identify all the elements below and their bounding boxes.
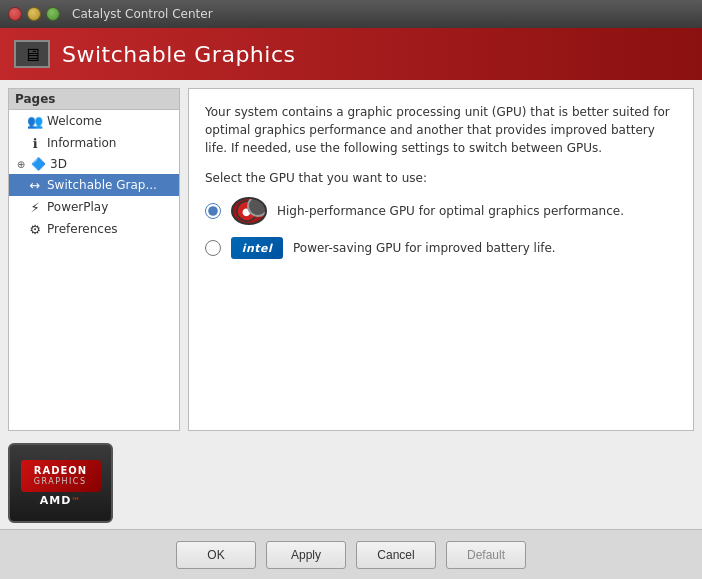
radeon-top-badge: RADEON GRAPHICS [21, 460, 101, 492]
sidebar-item-label: Switchable Grap... [47, 178, 157, 192]
close-button[interactable] [8, 7, 22, 21]
main-window: Switchable Graphics Pages 👥 Welcome ℹ In… [0, 28, 702, 579]
svg-point-1 [250, 200, 263, 212]
3d-icon: 🔷 [31, 157, 46, 171]
titlebar: Catalyst Control Center [0, 0, 702, 28]
switchable-icon: ↔ [27, 177, 43, 193]
sidebar-item-label: Information [47, 136, 116, 150]
intel-gpu-icon: intel [231, 237, 283, 259]
page-title: Switchable Graphics [62, 42, 295, 67]
header-icon [14, 40, 50, 68]
preferences-icon: ⚙ [27, 221, 43, 237]
apply-button[interactable]: Apply [266, 541, 346, 569]
amd-brand-text: AMD™ [40, 494, 82, 507]
svg-text:●: ● [242, 206, 251, 217]
sidebar-item-welcome[interactable]: 👥 Welcome [9, 110, 179, 132]
sidebar-item-label: Welcome [47, 114, 102, 128]
expand-icon: ⊕ [15, 158, 27, 170]
bottom-bar: OK Apply Cancel Default [0, 529, 702, 579]
sidebar-item-preferences[interactable]: ⚙ Preferences [9, 218, 179, 240]
amd-gpu-icon: ● [231, 197, 267, 225]
information-icon: ℹ [27, 135, 43, 151]
radeon-logo: RADEON GRAPHICS AMD™ [8, 443, 113, 523]
select-gpu-label: Select the GPU that you want to use: [205, 171, 677, 185]
maximize-button[interactable] [46, 7, 60, 21]
sidebar: Pages 👥 Welcome ℹ Information ⊕ 🔷 3D ↔ S… [8, 88, 180, 431]
gpu-label-high-perf: High-performance GPU for optimal graphic… [277, 204, 624, 218]
cancel-button[interactable]: Cancel [356, 541, 436, 569]
gpu-label-power-saving: Power-saving GPU for improved battery li… [293, 241, 556, 255]
window-controls [8, 7, 60, 21]
header: Switchable Graphics [0, 28, 702, 80]
content-description: Your system contains a graphic processin… [205, 103, 677, 157]
sidebar-item-3d[interactable]: ⊕ 🔷 3D [9, 154, 179, 174]
default-button[interactable]: Default [446, 541, 526, 569]
sidebar-header: Pages [9, 89, 179, 110]
radeon-brand-text: RADEON [34, 465, 87, 477]
gpu-radio-power-saving[interactable] [205, 240, 221, 256]
sidebar-item-information[interactable]: ℹ Information [9, 132, 179, 154]
welcome-icon: 👥 [27, 113, 43, 129]
body: Pages 👥 Welcome ℹ Information ⊕ 🔷 3D ↔ S… [0, 80, 702, 439]
gpu-option-high-perf[interactable]: ● High-performance GPU for optimal graph… [205, 197, 677, 225]
minimize-button[interactable] [27, 7, 41, 21]
powerplay-icon: ⚡ [27, 199, 43, 215]
ok-button[interactable]: OK [176, 541, 256, 569]
radeon-graphics-text: GRAPHICS [34, 477, 87, 486]
sidebar-item-switchable[interactable]: ↔ Switchable Grap... [9, 174, 179, 196]
sidebar-item-label: 3D [50, 157, 67, 171]
sidebar-item-powerplay[interactable]: ⚡ PowerPlay [9, 196, 179, 218]
sidebar-item-label: Preferences [47, 222, 118, 236]
content-area: Your system contains a graphic processin… [188, 88, 694, 431]
gpu-radio-high-perf[interactable] [205, 203, 221, 219]
window-title: Catalyst Control Center [72, 7, 213, 21]
gpu-option-power-saving[interactable]: intel Power-saving GPU for improved batt… [205, 237, 677, 259]
sidebar-item-label: PowerPlay [47, 200, 108, 214]
